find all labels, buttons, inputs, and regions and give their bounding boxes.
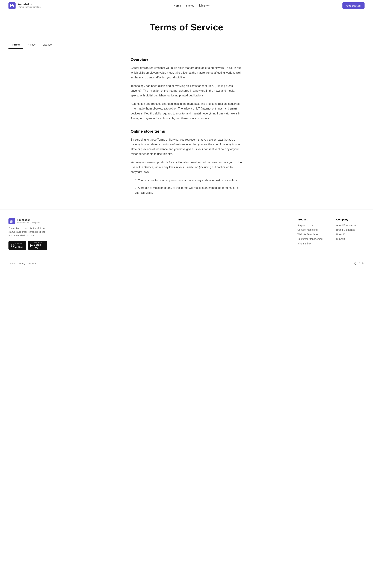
footer-link-website-templates[interactable]: Website Templates — [297, 233, 326, 236]
footer-bottom: Terms Privacy License 𝕏 f in — [9, 258, 364, 269]
main-content: Overview Career growth requires that you… — [126, 57, 247, 195]
blockquote-item-1: 1. You must not transmit any worms or vi… — [135, 178, 242, 183]
svg-rect-8 — [12, 4, 12, 5]
footer-product-heading: Product — [297, 218, 326, 221]
svg-rect-16 — [10, 221, 13, 221]
svg-rect-20 — [11, 220, 12, 220]
footer-product-col: Product Acquire Users Content Marketing … — [297, 218, 326, 250]
brand-text: Foundation Startup landing template — [18, 3, 41, 8]
svg-rect-5 — [13, 5, 14, 6]
svg-rect-1 — [12, 6, 12, 7]
footer-brand-logo — [9, 218, 15, 224]
svg-rect-18 — [10, 220, 10, 220]
footer-columns: Product Acquire Users Content Marketing … — [297, 218, 364, 250]
svg-rect-9 — [12, 4, 13, 5]
google-play-icon: ▶ — [30, 243, 33, 247]
nav-library-label: Library — [199, 4, 208, 7]
tabs-container: Terms Privacy License — [0, 41, 373, 49]
svg-rect-10 — [13, 4, 13, 5]
apple-icon:  — [10, 243, 12, 247]
footer-link-content-marketing[interactable]: Content Marketing — [297, 228, 326, 231]
footer: Foundation Startup landing template Foun… — [0, 209, 373, 269]
overview-para-2: Technology has been displacing or evolvi… — [131, 84, 242, 98]
footer-link-brand-guidelines[interactable]: Brand Guidelines — [336, 228, 364, 231]
footer-bottom-license[interactable]: License — [28, 262, 36, 265]
store-terms-section: Online store terms By agreeing to these … — [131, 129, 242, 195]
svg-rect-11 — [14, 4, 14, 5]
svg-rect-22 — [12, 220, 13, 220]
brand-logo — [9, 2, 16, 9]
footer-brand-name: Foundation — [17, 219, 40, 221]
svg-rect-6 — [10, 4, 10, 5]
linkedin-link[interactable]: in — [363, 262, 364, 265]
app-badges:  Download on the App Store ▶ GET IT ON … — [9, 241, 47, 250]
navbar: Foundation Startup landing template Home… — [0, 0, 373, 11]
nav-library[interactable]: Library ▾ — [199, 4, 209, 7]
tab-terms[interactable]: Terms — [9, 41, 23, 49]
footer-company-col: Company About Foundation Brand Guideline… — [336, 218, 364, 250]
app-store-badge[interactable]:  Download on the App Store — [9, 241, 26, 250]
footer-bottom-links: Terms Privacy License — [9, 262, 36, 265]
svg-rect-12 — [10, 221, 11, 222]
page-title: Terms of Service — [9, 22, 364, 32]
footer-brand-text: Foundation Startup landing template — [17, 219, 40, 224]
svg-rect-3 — [10, 5, 10, 6]
linkedin-icon: in — [363, 262, 364, 265]
nav-links: Home Stories Library ▾ — [174, 4, 209, 7]
overview-para-1: Career growth requires that you build sk… — [131, 65, 242, 80]
app-store-text: Download on the App Store — [13, 242, 24, 248]
footer-top: Foundation Startup landing template Foun… — [9, 218, 364, 258]
brand-name: Foundation — [18, 3, 41, 6]
footer-brand: Foundation Startup landing template Foun… — [9, 218, 47, 250]
brand: Foundation Startup landing template — [9, 2, 41, 9]
blockquote-item-2: 2. A breach or violation of any of the T… — [135, 186, 242, 195]
footer-castle-icon — [10, 219, 13, 223]
svg-rect-23 — [13, 220, 13, 220]
footer-link-support[interactable]: Support — [336, 238, 364, 240]
google-play-badge[interactable]: ▶ GET IT ON Google play — [28, 241, 47, 250]
castle-icon — [10, 3, 14, 8]
facebook-icon: f — [359, 262, 359, 265]
nav-home[interactable]: Home — [174, 4, 181, 7]
footer-link-about[interactable]: About Foundation — [336, 224, 364, 227]
store-terms-heading: Online store terms — [131, 129, 242, 134]
svg-rect-4 — [11, 5, 13, 6]
facebook-link[interactable]: f — [359, 262, 359, 265]
store-terms-para-2: You may not use our products for any ill… — [131, 160, 242, 175]
footer-company-heading: Company — [336, 218, 364, 221]
google-play-text: GET IT ON Google play — [34, 242, 45, 249]
svg-rect-7 — [11, 4, 11, 5]
footer-brand-row: Foundation Startup landing template — [9, 218, 47, 224]
overview-para-3: Automation and robotics changed jobs in … — [131, 101, 242, 121]
chevron-down-icon: ▾ — [208, 4, 209, 7]
nav-stories[interactable]: Stories — [186, 4, 194, 7]
footer-bottom-privacy[interactable]: Privacy — [18, 262, 25, 265]
blockquote-list: 1. You must not transmit any worms or vi… — [131, 178, 242, 195]
footer-bottom-terms[interactable]: Terms — [9, 262, 15, 265]
svg-rect-15 — [10, 220, 10, 221]
footer-link-virtual-inbox[interactable]: Virtual Inbox — [297, 242, 326, 245]
store-terms-para-1: By agreeing to these Terms of Service, y… — [131, 137, 242, 157]
svg-rect-19 — [11, 220, 11, 220]
twitter-icon: 𝕏 — [353, 262, 356, 265]
get-started-button[interactable]: Get Started — [342, 2, 364, 9]
svg-rect-0 — [10, 6, 11, 7]
svg-rect-17 — [13, 220, 13, 221]
brand-tagline: Startup landing template — [18, 6, 41, 8]
footer-link-press-kit[interactable]: Press Kit — [336, 233, 364, 236]
svg-rect-2 — [13, 6, 14, 7]
footer-description: Foundation is a website template for sta… — [9, 226, 47, 237]
overview-section: Overview Career growth requires that you… — [131, 57, 242, 121]
svg-rect-14 — [12, 221, 13, 222]
footer-link-acquire-users[interactable]: Acquire Users — [297, 224, 326, 227]
tab-license[interactable]: License — [39, 41, 55, 49]
svg-rect-13 — [11, 221, 12, 222]
overview-heading: Overview — [131, 57, 242, 62]
twitter-link[interactable]: 𝕏 — [353, 262, 356, 265]
svg-rect-21 — [12, 220, 12, 220]
tab-privacy[interactable]: Privacy — [23, 41, 39, 49]
footer-social: 𝕏 f in — [353, 262, 364, 265]
hero-section: Terms of Service — [0, 11, 373, 38]
footer-brand-tagline: Startup landing template — [17, 221, 40, 224]
footer-link-customer-management[interactable]: Customer Management — [297, 238, 326, 240]
